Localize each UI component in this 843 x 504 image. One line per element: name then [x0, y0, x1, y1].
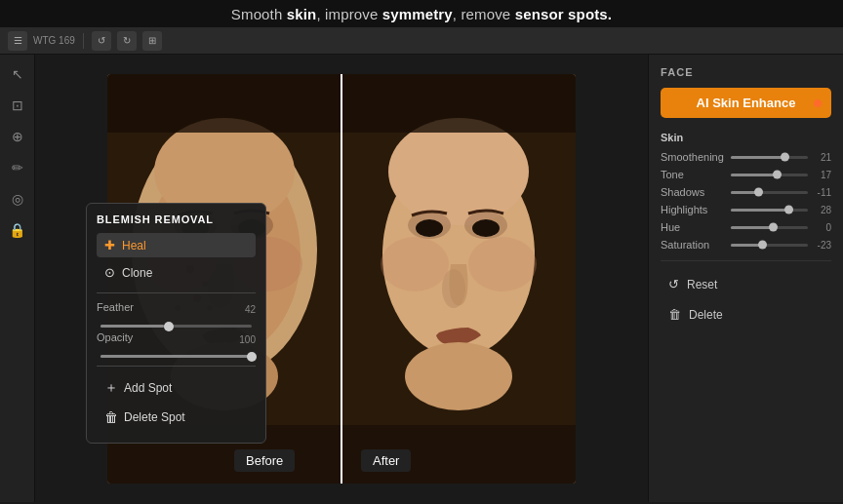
slider-row-4: Hue 0: [661, 221, 831, 233]
banner-bold-symmetry: symmetry: [382, 6, 453, 22]
blemish-panel-title: BLEMISH REMOVAL: [97, 213, 256, 225]
opacity-group: Opacity 100: [97, 331, 256, 358]
blemish-removal-panel: BLEMISH REMOVAL ✚ Heal ⊙ Clone Feather 4…: [86, 203, 266, 444]
banner-bold-skin: skin: [287, 6, 317, 22]
add-spot-icon: ＋: [104, 379, 118, 397]
left-tool-lock[interactable]: 🔒: [6, 218, 29, 242]
slider-thumb-2[interactable]: [754, 188, 763, 197]
panel-divider-1: [97, 292, 256, 293]
slider-thumb-3[interactable]: [784, 206, 793, 214]
opacity-row: Opacity 100: [97, 331, 256, 347]
ai-btn-wrap: AI Skin Enhance: [661, 88, 831, 118]
add-spot-label: Add Spot: [124, 381, 172, 395]
svg-point-28: [416, 219, 443, 237]
slider-label-0: Smoothening: [661, 151, 731, 163]
slider-fill-0: [731, 156, 784, 159]
svg-point-23: [381, 237, 449, 291]
right-divider: [661, 260, 831, 261]
opacity-track[interactable]: [100, 355, 252, 358]
slider-track-1[interactable]: [731, 174, 808, 176]
rp-sliders: Smoothening 21 Tone 17 Shadows -11 Highl…: [661, 151, 831, 251]
clone-icon: ⊙: [104, 265, 115, 280]
slider-thumb-1[interactable]: [773, 171, 782, 179]
slider-label-2: Shadows: [661, 186, 731, 198]
feather-row: Feather 42: [97, 301, 256, 317]
right-panel: FACE AI Skin Enhance Skin Smoothening 21…: [648, 55, 843, 502]
reset-btn[interactable]: ↺ Reset: [661, 271, 831, 297]
slider-val-1: 17: [812, 170, 831, 180]
slider-track-5[interactable]: [731, 244, 808, 247]
heal-tool-btn[interactable]: ✚ Heal: [97, 233, 256, 257]
delete-btn[interactable]: 🗑 Delete: [661, 301, 831, 328]
delete-spot-label: Delete Spot: [124, 410, 185, 424]
toolbar-zoom-btn[interactable]: ⊞: [142, 31, 162, 51]
slider-row-0: Smoothening 21: [661, 151, 831, 163]
reset-label: Reset: [687, 278, 717, 291]
slider-label-4: Hue: [661, 221, 731, 233]
slider-fill-4: [731, 226, 773, 229]
slider-label-1: Tone: [661, 169, 731, 180]
feather-group: Feather 42: [97, 301, 256, 328]
delete-spot-btn[interactable]: 🗑 Delete Spot: [97, 405, 256, 430]
clone-tool-btn[interactable]: ⊙ Clone: [97, 260, 256, 285]
feather-label: Feather: [97, 301, 134, 313]
svg-rect-31: [341, 74, 576, 133]
slider-label-3: Highlights: [661, 204, 731, 215]
svg-point-30: [405, 342, 512, 410]
opacity-value: 100: [234, 334, 256, 345]
ai-skin-enhance-btn[interactable]: AI Skin Enhance: [661, 88, 831, 118]
feather-value: 42: [234, 304, 256, 315]
slider-thumb-5[interactable]: [758, 241, 767, 250]
heal-icon: ✚: [104, 238, 115, 252]
toolbar-redo-btn[interactable]: ↻: [117, 31, 137, 51]
slider-track-4[interactable]: [731, 226, 808, 229]
toolbar-label: WTG 169: [33, 35, 75, 46]
reset-icon: ↺: [668, 277, 679, 291]
feather-fill: [100, 325, 164, 328]
left-tool-eye[interactable]: ◎: [6, 187, 29, 211]
add-spot-btn[interactable]: ＋ Add Spot: [97, 374, 256, 402]
toolbar: ☰ WTG 169 ↺ ↻ ⊞: [0, 27, 843, 55]
svg-point-22: [388, 118, 529, 225]
slider-val-0: 21: [812, 152, 831, 163]
delete-icon: 🗑: [668, 307, 681, 322]
after-side: [341, 74, 576, 484]
svg-point-24: [468, 237, 537, 291]
slider-row-2: Shadows -11: [661, 186, 831, 198]
slider-label-5: Saturation: [661, 239, 731, 251]
svg-rect-18: [107, 74, 341, 133]
face-section-label: FACE: [661, 66, 831, 78]
slider-thumb-0[interactable]: [781, 153, 789, 162]
label-before: Before: [234, 449, 295, 472]
main-area: ↖ ⊡ ⊕ ✏ ◎ 🔒: [0, 55, 843, 502]
label-after: After: [361, 449, 411, 472]
opacity-thumb[interactable]: [247, 352, 257, 362]
opacity-fill: [100, 355, 252, 358]
left-sidebar: ↖ ⊡ ⊕ ✏ ◎ 🔒: [0, 55, 35, 502]
slider-row-5: Saturation -23: [661, 239, 831, 251]
slider-track-2[interactable]: [731, 191, 808, 194]
slider-thumb-4[interactable]: [769, 223, 778, 232]
feather-track[interactable]: [100, 325, 252, 328]
image-area: Before After BLEMISH REMOVAL ✚ Heal ⊙ Cl…: [35, 55, 648, 502]
toolbar-separator: [83, 33, 84, 49]
slider-row-3: Highlights 28: [661, 204, 831, 215]
opacity-label: Opacity: [97, 331, 133, 343]
toolbar-menu-btn[interactable]: ☰: [8, 31, 27, 51]
slider-track-0[interactable]: [731, 156, 808, 159]
left-tool-heal[interactable]: ⊕: [6, 125, 29, 148]
panel-divider-2: [97, 366, 256, 367]
top-banner: Smooth skin, improve symmetry, remove se…: [0, 0, 843, 27]
slider-fill-1: [731, 174, 777, 176]
banner-bold-sensor: sensor spots.: [515, 6, 612, 22]
feather-thumb[interactable]: [164, 322, 174, 331]
slider-track-3[interactable]: [731, 209, 808, 212]
left-tool-crop[interactable]: ⊡: [6, 94, 29, 117]
left-tool-brush[interactable]: ✏: [6, 156, 29, 179]
heal-label: Heal: [122, 239, 146, 252]
clone-label: Clone: [122, 266, 152, 280]
split-divider[interactable]: [341, 74, 342, 484]
left-tool-cursor[interactable]: ↖: [6, 62, 29, 86]
delete-spot-icon: 🗑: [104, 409, 118, 425]
toolbar-undo-btn[interactable]: ↺: [92, 31, 111, 51]
